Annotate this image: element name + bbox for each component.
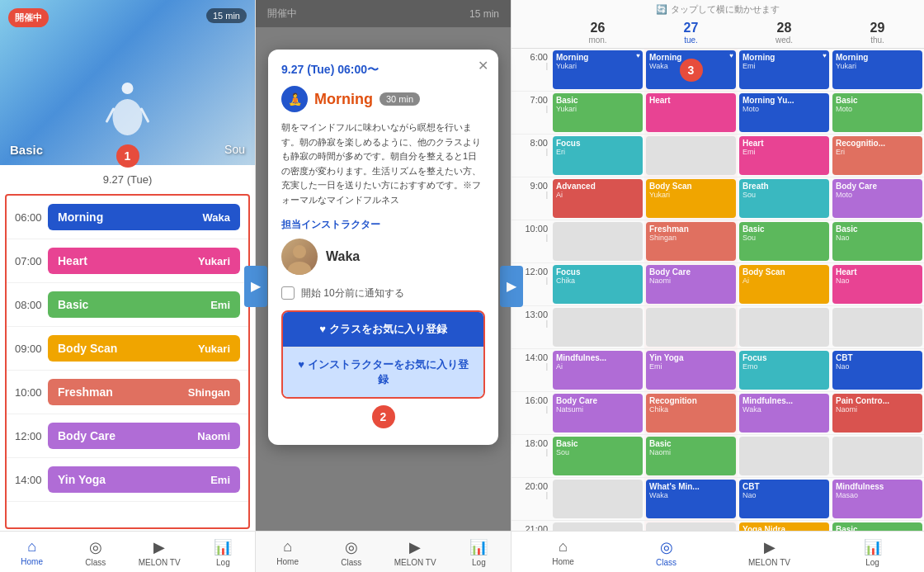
btn-instructor-favorite[interactable]: ♥ インストラクターをお気に入り登録 <box>283 347 483 397</box>
home-icon: ⌂ <box>27 538 36 555</box>
right-class-icon: ◎ <box>660 538 673 556</box>
schedule-class-btn[interactable]: Basic Emi <box>48 291 240 318</box>
cal-class-block[interactable]: FocusEri <box>553 136 643 175</box>
calendar-row: 7:00|BasicYukariHeartMorning Yu...MotoBa… <box>512 92 924 135</box>
cal-class-block[interactable]: Body CareMoto <box>832 179 922 218</box>
schedule-class-btn[interactable]: Yin Yoga Emi <box>48 466 240 493</box>
cal-class-block[interactable]: MorningYukari♥ <box>553 50 643 89</box>
nav-melon-tv[interactable]: ▶ MELON TV <box>128 537 191 569</box>
dialog-close[interactable]: ✕ <box>478 58 488 73</box>
right-arrow-1[interactable]: ▶ <box>244 266 267 307</box>
cal-class-block[interactable]: HeartNao <box>832 265 922 304</box>
calendar-row: 16:00|Body CareNatsumiRecognitionChikaMi… <box>512 392 924 435</box>
cal-class-block[interactable]: Body CareNatsumi <box>553 394 643 433</box>
schedule-item[interactable]: 10:00 Freshman Shingan <box>7 371 248 414</box>
notify-checkbox[interactable] <box>281 286 295 300</box>
day-number: 29 <box>832 21 922 35</box>
cal-class-block[interactable]: Body ScanYukari <box>646 179 736 218</box>
cal-cell: BasicSou <box>551 435 644 477</box>
cal-class-block[interactable]: BasicSou <box>553 437 643 475</box>
svg-line-3 <box>141 109 148 121</box>
calendar-day-header: 27tue. <box>644 17 738 48</box>
schedule-item[interactable]: 09:00 Body Scan Yukari <box>7 327 248 371</box>
schedule-item[interactable]: 06:00 Morning Waka <box>7 196 248 239</box>
cal-class-block[interactable]: MorningWaka♥3 <box>646 50 736 89</box>
cal-time: 6:00| <box>512 49 551 91</box>
mid-nav-home[interactable]: ⌂ Home <box>256 537 319 569</box>
calendar-header: 26mon.27tue.28wed.29thu. <box>512 17 924 49</box>
cal-class-block[interactable]: BasicYukari <box>553 93 643 132</box>
cal-class-block[interactable]: BasicMasao <box>832 522 922 531</box>
schedule-class-btn[interactable]: Body Scan Yukari <box>48 335 240 362</box>
cal-cell <box>551 306 644 348</box>
cal-class-block[interactable]: What's Min...Waka <box>646 480 736 518</box>
cal-class-block[interactable]: BasicNao <box>832 222 922 261</box>
nav-log[interactable]: 📊 Log <box>191 537 255 569</box>
schedule-list: 06:00 Morning Waka 07:00 Heart Yukari 08… <box>5 194 250 529</box>
cal-class-block[interactable]: Yin YogaEmi <box>646 351 736 390</box>
cal-class-block[interactable]: Recognitio...Eri <box>832 136 922 175</box>
day-name: thu. <box>832 35 922 45</box>
schedule-item[interactable]: 14:00 Yin Yoga Emi <box>7 458 248 502</box>
schedule-item[interactable]: 12:00 Body Care Naomi <box>7 414 248 458</box>
cal-cell: HeartNao <box>831 263 924 305</box>
schedule-class-btn[interactable]: Freshman Shingan <box>48 379 240 405</box>
calendar-row: 14:00|Mindfulnes...AiYin YogaEmiFocusEmo… <box>512 349 924 392</box>
cal-class-block[interactable]: Mindfulnes...Waka <box>739 394 829 433</box>
cal-cell: MindfulnessMasao <box>831 478 924 520</box>
cal-class-block[interactable]: BasicSou <box>739 222 829 261</box>
schedule-item[interactable]: 07:00 Heart Yukari <box>7 239 248 283</box>
cal-class-block[interactable]: FocusEmo <box>739 351 829 390</box>
calendar-day-header: 28wed. <box>738 17 831 48</box>
right-nav-melon[interactable]: ▶ MELON TV <box>718 537 821 569</box>
schedule-class-btn[interactable]: Morning Waka <box>48 204 240 230</box>
right-nav-class[interactable]: ◎ Class <box>615 537 718 569</box>
cal-class-block[interactable]: CBTNao <box>832 351 922 390</box>
cal-cell: HeartEmi <box>738 135 831 177</box>
right-arrow-2[interactable]: ▶ <box>500 266 523 307</box>
cal-class-block[interactable]: FreshmanShingan <box>646 222 736 261</box>
cal-class-block[interactable]: Heart <box>646 93 736 132</box>
cal-class-block[interactable]: Body ScanAi <box>739 265 829 304</box>
cal-class-block[interactable]: FocusChika <box>553 265 643 304</box>
mid-melon-icon: ▶ <box>409 538 421 556</box>
cal-class-block[interactable]: BasicMoto <box>832 93 922 132</box>
cal-class-block[interactable]: HeartEmi <box>739 136 829 175</box>
nav-class[interactable]: ◎ Class <box>64 537 127 569</box>
cal-class-block[interactable]: Mindfulnes...Ai <box>553 351 643 390</box>
notify-text: 開始 10分前に通知する <box>301 286 404 300</box>
mid-nav-log[interactable]: 📊 Log <box>447 537 511 569</box>
btn-class-favorite[interactable]: ♥ クラスをお気に入り登録 <box>283 312 483 347</box>
cal-class-block[interactable]: Pain Contro...Naomi <box>832 394 922 433</box>
cal-class-block[interactable]: MorningEmi♥ <box>739 50 829 89</box>
schedule-class-btn[interactable]: Body Care Naomi <box>48 423 240 449</box>
notify-row[interactable]: 開始 10分前に通知する <box>281 286 485 300</box>
cal-class-block[interactable]: MindfulnessMasao <box>832 480 922 518</box>
schedule-item[interactable]: 08:00 Basic Emi <box>7 283 248 327</box>
day-name: mon. <box>553 35 643 45</box>
left-bottom-nav: ⌂ Home ◎ Class ▶ MELON TV 📊 Log <box>0 531 255 572</box>
schedule-class-btn[interactable]: Heart Yukari <box>48 248 240 274</box>
hero-timer: 15 min <box>206 8 247 23</box>
schedule-instructor: Naomi <box>197 430 230 442</box>
cal-class-block[interactable]: BasicNaomi <box>646 437 736 475</box>
schedule-time: 09:00 <box>15 343 48 355</box>
cal-class-block[interactable]: BreathSou <box>739 179 829 218</box>
cal-class-block[interactable]: Morning Yu...Moto <box>739 93 829 132</box>
cal-class-block[interactable]: Yoga NidraMoto <box>739 522 829 531</box>
cal-class-block[interactable]: Body CareNaomi <box>646 265 736 304</box>
schedule-instructor: Yukari <box>198 343 230 355</box>
mid-nav-class[interactable]: ◎ Class <box>319 537 383 569</box>
cal-class-block[interactable]: CBTNao <box>739 480 829 518</box>
right-nav-home[interactable]: ⌂ Home <box>512 537 615 569</box>
cal-class-block[interactable]: MorningYukari <box>832 50 922 89</box>
cal-cell: Body ScanYukari <box>644 177 738 220</box>
cal-class-block[interactable]: RecognitionChika <box>646 394 736 433</box>
nav-class-label: Class <box>85 558 106 567</box>
schedule-instructor: Emi <box>210 299 230 311</box>
nav-home[interactable]: ⌂ Home <box>0 537 64 569</box>
right-nav-log[interactable]: 📊 Log <box>821 537 924 569</box>
mid-nav-melon[interactable]: ▶ MELON TV <box>384 537 447 569</box>
cal-class-block[interactable]: AdvancedAi <box>553 179 643 218</box>
cal-cell <box>551 220 644 262</box>
